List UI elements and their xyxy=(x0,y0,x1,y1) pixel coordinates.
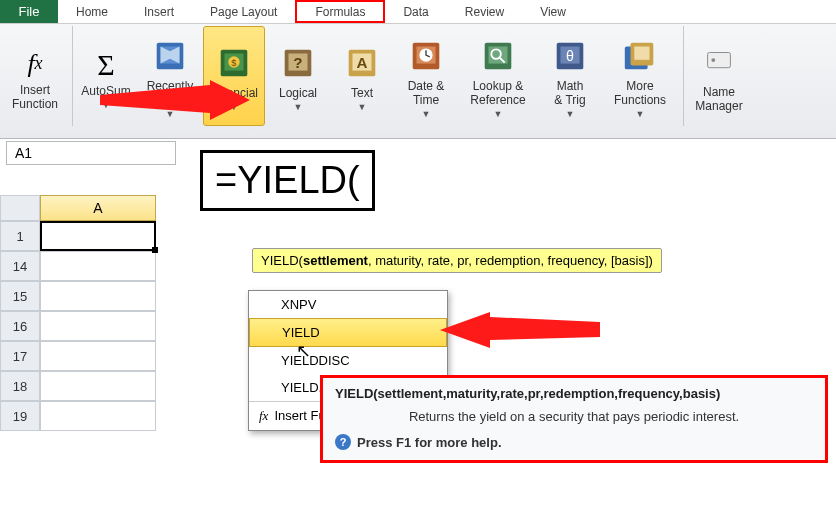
svg-marker-27 xyxy=(440,312,600,348)
more-functions-button[interactable]: More Functions ▼ xyxy=(603,26,677,126)
chevron-down-icon: ▼ xyxy=(566,109,575,119)
cell-a1[interactable] xyxy=(40,221,156,251)
tooltip-rest-params: , maturity, rate, pr, redemption, freque… xyxy=(368,253,653,268)
chevron-down-icon: ▼ xyxy=(102,100,111,110)
function-help-tooltip: YIELD(settlement,maturity,rate,pr,redemp… xyxy=(320,375,828,463)
math-trig-label: Math & Trig xyxy=(554,79,585,108)
chevron-down-icon: ▼ xyxy=(358,102,367,112)
tooltip-active-param: settlement xyxy=(303,253,368,268)
chevron-down-icon: ▼ xyxy=(230,102,239,112)
book-search-icon xyxy=(479,37,517,75)
help-icon: ? xyxy=(335,434,351,450)
row-header[interactable]: 18 xyxy=(0,371,40,401)
help-more-row: ? Press F1 for more help. xyxy=(335,434,813,450)
svg-text:θ: θ xyxy=(566,47,574,63)
name-box-row: A1 xyxy=(0,139,836,167)
help-signature: YIELD(settlement,maturity,rate,pr,redemp… xyxy=(335,386,813,401)
chevron-down-icon: ▼ xyxy=(294,102,303,112)
recently-used-label: Recently Used xyxy=(147,79,194,108)
tag-icon xyxy=(700,43,738,81)
financial-label: Financial xyxy=(210,86,258,100)
tab-formulas[interactable]: Formulas xyxy=(295,0,385,23)
logical-button[interactable]: ? Logical ▼ xyxy=(267,26,329,126)
dropdown-item[interactable]: YIELDDISC xyxy=(249,347,447,374)
svg-point-25 xyxy=(711,58,715,62)
row-header[interactable]: 17 xyxy=(0,341,40,371)
chevron-down-icon: ▼ xyxy=(494,109,503,119)
svg-text:A: A xyxy=(357,54,368,71)
row-header[interactable]: 1 xyxy=(0,221,40,251)
cell[interactable] xyxy=(40,341,156,371)
row-header[interactable]: 15 xyxy=(0,281,40,311)
row-header[interactable]: 16 xyxy=(0,311,40,341)
tab-review[interactable]: Review xyxy=(447,0,522,23)
financial-button[interactable]: $ Financial ▼ xyxy=(203,26,265,126)
more-functions-label: More Functions xyxy=(614,79,666,108)
fx-icon: fx xyxy=(259,408,268,423)
name-manager-label: Name Manager xyxy=(695,85,742,114)
lookup-reference-button[interactable]: Lookup & Reference ▼ xyxy=(459,26,537,126)
book-green-icon: $ xyxy=(215,44,253,82)
lookup-reference-label: Lookup & Reference xyxy=(470,79,525,108)
cell[interactable] xyxy=(40,281,156,311)
math-trig-button[interactable]: θ Math & Trig ▼ xyxy=(539,26,601,126)
function-signature-tooltip: YIELD(settlement, maturity, rate, pr, re… xyxy=(252,248,662,273)
svg-rect-23 xyxy=(634,46,649,59)
formula-bar-input[interactable]: =YIELD( xyxy=(200,150,375,211)
name-box[interactable]: A1 xyxy=(6,141,176,165)
svg-text:?: ? xyxy=(293,54,302,71)
cell[interactable] xyxy=(40,371,156,401)
tab-view[interactable]: View xyxy=(522,0,584,23)
autosum-label: AutoSum xyxy=(81,84,130,98)
tab-insert[interactable]: Insert xyxy=(126,0,192,23)
tab-page-layout[interactable]: Page Layout xyxy=(192,0,295,23)
book-text-icon: A xyxy=(343,44,381,82)
tooltip-fn-name: YIELD xyxy=(261,253,299,268)
logical-label: Logical xyxy=(279,86,317,100)
column-header-a[interactable]: A xyxy=(40,195,156,221)
book-clock-icon xyxy=(407,37,445,75)
insert-function-label: Insert Function xyxy=(12,83,58,112)
text-button[interactable]: A Text ▼ xyxy=(331,26,393,126)
chevron-down-icon: ▼ xyxy=(422,109,431,119)
sigma-icon: Σ xyxy=(97,46,114,84)
select-all-corner[interactable] xyxy=(0,195,40,221)
chevron-down-icon: ▼ xyxy=(636,109,645,119)
name-manager-button[interactable]: Name Manager xyxy=(686,26,752,126)
autosum-button[interactable]: Σ AutoSum ▼ xyxy=(75,26,137,126)
worksheet-grid: A 1 14 15 16 17 18 19 xyxy=(0,195,156,431)
help-more-text: Press F1 for more help. xyxy=(357,435,502,450)
svg-text:$: $ xyxy=(231,57,237,68)
cell[interactable] xyxy=(40,251,156,281)
row-header[interactable]: 14 xyxy=(0,251,40,281)
help-description: Returns the yield on a security that pay… xyxy=(335,409,813,424)
cell[interactable] xyxy=(40,311,156,341)
recently-used-button[interactable]: Recently Used ▼ xyxy=(139,26,201,126)
cell[interactable] xyxy=(40,401,156,431)
ribbon-tabs: File Home Insert Page Layout Formulas Da… xyxy=(0,0,836,24)
tab-data[interactable]: Data xyxy=(385,0,446,23)
svg-rect-24 xyxy=(708,52,731,67)
row-header[interactable]: 19 xyxy=(0,401,40,431)
date-time-button[interactable]: Date & Time ▼ xyxy=(395,26,457,126)
text-label: Text xyxy=(351,86,373,100)
date-time-label: Date & Time xyxy=(408,79,445,108)
book-stack-icon xyxy=(621,37,659,75)
chevron-down-icon: ▼ xyxy=(166,109,175,119)
tab-home[interactable]: Home xyxy=(58,0,126,23)
book-question-icon: ? xyxy=(279,44,317,82)
insert-function-button[interactable]: fx Insert Function xyxy=(4,26,66,126)
book-blue-icon xyxy=(151,37,189,75)
dropdown-item-selected[interactable]: YIELD xyxy=(249,318,447,347)
fx-icon: fx xyxy=(27,45,42,83)
annotation-arrow-icon xyxy=(440,312,600,352)
book-theta-icon: θ xyxy=(551,37,589,75)
tab-file[interactable]: File xyxy=(0,0,58,23)
dropdown-item[interactable]: XNPV xyxy=(249,291,447,318)
ribbon: fx Insert Function Σ AutoSum ▼ Recently … xyxy=(0,24,836,139)
